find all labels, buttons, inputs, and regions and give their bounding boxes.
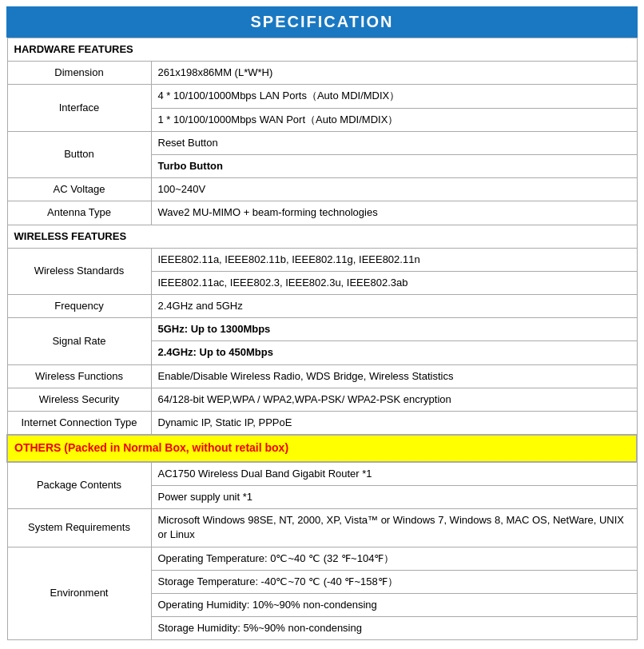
ac-voltage-label: AC Voltage bbox=[7, 178, 151, 201]
interface-label: Interface bbox=[7, 85, 151, 131]
signal-rate-val2: 2.4GHz: Up to 450Mbps bbox=[151, 341, 637, 364]
package-row-1: Package Contents AC1750 Wireless Dual Ba… bbox=[7, 462, 637, 486]
env-label: Environment bbox=[7, 547, 151, 640]
env-val3: Operating Humidity: 10%~90% non-condensi… bbox=[151, 593, 637, 616]
ac-voltage-value: 100~240V bbox=[151, 178, 637, 201]
others-section-header: OTHERS (Packed in Normal Box, without re… bbox=[7, 435, 637, 462]
frequency-label: Frequency bbox=[7, 295, 151, 318]
signal-rate-row-1: Signal Rate 5GHz: Up to 1300Mbps bbox=[7, 318, 637, 341]
antenna-row: Antenna Type Wave2 MU-MIMO + beam-formin… bbox=[7, 201, 637, 225]
dimension-label: Dimension bbox=[7, 62, 151, 85]
others-header-cell: OTHERS (Packed in Normal Box, without re… bbox=[7, 435, 637, 462]
title-bar: SPECIFICATION bbox=[6, 6, 638, 38]
button-val2: Turbo Button bbox=[151, 154, 637, 177]
system-label: System Requirements bbox=[7, 509, 151, 547]
standards-label: Wireless Standards bbox=[7, 248, 151, 294]
standards-row: Wireless Standards IEEE802.11a, IEEE802.… bbox=[7, 248, 637, 271]
frequency-value: 2.4GHz and 5GHz bbox=[151, 295, 637, 318]
hardware-header-cell: HARDWARE FEATURES bbox=[7, 38, 637, 62]
security-label: Wireless Security bbox=[7, 388, 151, 411]
functions-label: Wireless Functions bbox=[7, 364, 151, 388]
package-val2: Power supply unit *1 bbox=[151, 485, 637, 508]
standards-val2: IEEE802.11ac, IEEE802.3, IEEE802.3u, IEE… bbox=[151, 271, 637, 294]
wireless-header-cell: WIRELESS FEATURES bbox=[7, 225, 637, 248]
package-label: Package Contents bbox=[7, 462, 151, 509]
connection-label: Internet Connection Type bbox=[7, 412, 151, 436]
signal-rate-val1: 5GHz: Up to 1300Mbps bbox=[151, 318, 637, 341]
hardware-section-header: HARDWARE FEATURES bbox=[7, 38, 637, 62]
wireless-section-header: WIRELESS FEATURES bbox=[7, 225, 637, 248]
dimension-value: 261x198x86MM (L*W*H) bbox=[151, 62, 637, 85]
button-val1: Reset Button bbox=[151, 131, 637, 154]
system-row: System Requirements Microsoft Windows 98… bbox=[7, 509, 637, 547]
security-row: Wireless Security 64/128-bit WEP,WPA / W… bbox=[7, 388, 637, 411]
security-value: 64/128-bit WEP,WPA / WPA2,WPA-PSK/ WPA2-… bbox=[151, 388, 637, 411]
env-val2: Storage Temperature: -40℃~70 ℃ (-40 ℉~15… bbox=[151, 570, 637, 593]
interface-val2: 1 * 10/100/1000Mbps WAN Port（Auto MDI/MD… bbox=[151, 108, 637, 131]
connection-value: Dynamic IP, Static IP, PPPoE bbox=[151, 412, 637, 436]
note-section: Note:English Manual is available, please… bbox=[6, 645, 638, 649]
functions-value: Enable/Disable Wireless Radio, WDS Bridg… bbox=[151, 364, 637, 388]
frequency-row: Frequency 2.4GHz and 5GHz bbox=[7, 295, 637, 318]
interface-row-1: Interface 4 * 10/100/1000Mbps LAN Ports（… bbox=[7, 85, 637, 108]
env-row-1: Environment Operating Temperature: 0℃~40… bbox=[7, 547, 637, 570]
env-val1: Operating Temperature: 0℃~40 ℃ (32 ℉~104… bbox=[151, 547, 637, 570]
page-title: SPECIFICATION bbox=[251, 13, 394, 30]
dimension-row: Dimension 261x198x86MM (L*W*H) bbox=[7, 62, 637, 85]
antenna-value: Wave2 MU-MIMO + beam-forming technologie… bbox=[151, 201, 637, 225]
antenna-label: Antenna Type bbox=[7, 201, 151, 225]
button-row-1: Button Reset Button bbox=[7, 131, 637, 154]
system-value: Microsoft Windows 98SE, NT, 2000, XP, Vi… bbox=[151, 509, 637, 547]
package-val1: AC1750 Wireless Dual Band Gigabit Router… bbox=[151, 462, 637, 486]
spec-table: HARDWARE FEATURES Dimension 261x198x86MM… bbox=[6, 38, 638, 640]
button-label: Button bbox=[7, 131, 151, 177]
interface-val1: 4 * 10/100/1000Mbps LAN Ports（Auto MDI/M… bbox=[151, 85, 637, 108]
standards-val1: IEEE802.11a, IEEE802.11b, IEEE802.11g, I… bbox=[151, 248, 637, 271]
connection-row: Internet Connection Type Dynamic IP, Sta… bbox=[7, 412, 637, 436]
signal-rate-label: Signal Rate bbox=[7, 318, 151, 364]
env-val4: Storage Humidity: 5%~90% non-condensing bbox=[151, 617, 637, 640]
ac-voltage-row: AC Voltage 100~240V bbox=[7, 178, 637, 201]
functions-row: Wireless Functions Enable/Disable Wirele… bbox=[7, 364, 637, 388]
